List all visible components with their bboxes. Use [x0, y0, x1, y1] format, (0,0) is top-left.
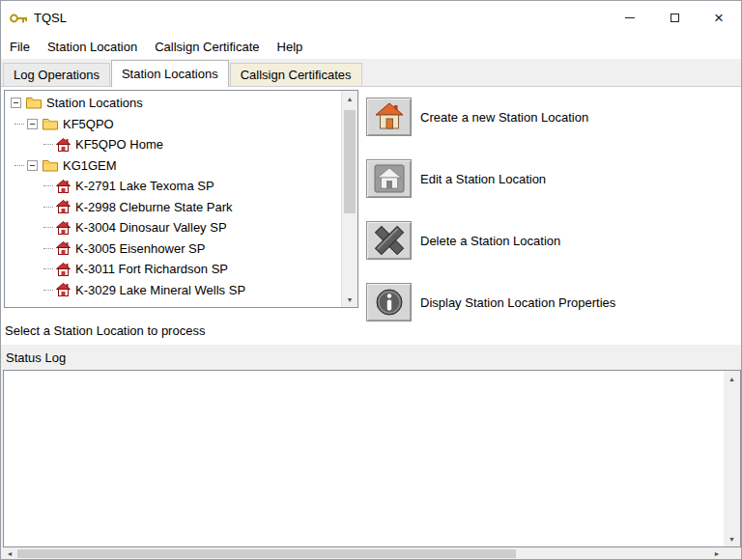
station-locations-page: Station LocationsKF5QPOKF5QPO HomeKG1GEM…	[1, 87, 741, 345]
action-row-delete-a-station-location: Delete a Station Location	[366, 221, 615, 260]
action-label: Edit a Station Location	[420, 172, 546, 186]
status-log-box: ▲ ▼	[3, 370, 741, 547]
tree-collapse-icon[interactable]	[27, 119, 38, 129]
delete-location-icon	[374, 226, 405, 255]
house-icon	[56, 283, 71, 296]
display-station-location-properties-button[interactable]	[366, 283, 412, 322]
tree-item-k-3005-eisenhower-sp[interactable]: K-3005 Eisenhower SP	[5, 238, 341, 260]
tree-item-label: K-3004 Dinosaur Valley SP	[75, 220, 227, 235]
tab-log-operations[interactable]: Log Operations	[3, 63, 110, 86]
tree-item-k-2791-lake-texoma-sp[interactable]: K-2791 Lake Texoma SP	[5, 176, 341, 197]
tree-panel: Station LocationsKF5QPOKF5QPO HomeKG1GEM…	[4, 90, 358, 308]
tree-connector-line	[43, 144, 53, 145]
tree-collapse-icon[interactable]	[11, 98, 21, 108]
tree-scrollbar-track[interactable]	[342, 106, 357, 292]
tqsl-window: TQSL × FileStation LocationCallsign Cert…	[0, 0, 742, 560]
action-label: Display Station Location Properties	[420, 295, 615, 310]
folder-icon	[43, 159, 58, 172]
scroll-right-icon[interactable]: ►	[709, 547, 725, 560]
tree-item-station-locations[interactable]: Station Locations	[5, 93, 341, 114]
tab-station-locations[interactable]: Station Locations	[111, 60, 229, 87]
tree-item-label: KG1GEM	[63, 158, 117, 173]
house-icon	[56, 221, 71, 235]
action-row-display-station-location-properties: Display Station Location Properties	[366, 283, 615, 322]
tree-item-label: K-3029 Lake Mineral Wells SP	[75, 283, 245, 297]
tree-item-kf5qpo-home[interactable]: KF5QPO Home	[5, 134, 341, 155]
new-location-icon	[374, 102, 405, 131]
tree-item-label: KF5QPO	[63, 117, 114, 131]
house-icon	[56, 138, 71, 152]
window-title: TQSL	[34, 11, 67, 25]
minimize-icon	[625, 17, 635, 18]
house-icon	[56, 241, 71, 255]
action-row-create-a-new-station-location: Create a new Station Location	[366, 98, 615, 136]
tree-item-label: K-2998 Cleburne State Park	[75, 200, 233, 214]
close-icon: ×	[714, 10, 724, 26]
house-icon	[56, 180, 71, 193]
tree-item-kf5qpo[interactable]: KF5QPO	[5, 114, 341, 135]
tree-connector-line	[43, 290, 53, 291]
scroll-down-icon[interactable]: ▼	[342, 292, 357, 307]
action-row-edit-a-station-location: Edit a Station Location	[366, 159, 615, 198]
status-log-content[interactable]	[6, 373, 721, 545]
create-a-new-station-location-button[interactable]	[366, 98, 412, 136]
scroll-up-icon[interactable]: ▲	[724, 371, 740, 386]
tree-item-k-3004-dinosaur-valley-sp[interactable]: K-3004 Dinosaur Valley SP	[5, 217, 341, 238]
horizontal-scrollbar-track[interactable]	[17, 547, 709, 560]
tree-connector-line	[43, 248, 53, 249]
tree-item-label: K-3011 Fort Richardson SP	[75, 262, 228, 276]
tree-connector-line	[43, 207, 53, 208]
status-scrollbar-track[interactable]	[724, 386, 740, 531]
action-label: Delete a Station Location	[420, 234, 560, 248]
tree-connector-line	[43, 185, 53, 186]
close-button[interactable]: ×	[697, 1, 741, 35]
delete-a-station-location-button[interactable]	[366, 221, 412, 260]
tree-item-label: K-3005 Eisenhower SP	[75, 241, 205, 256]
tree-connector-line	[14, 165, 24, 166]
tab-callsign-certificates[interactable]: Callsign Certificates	[230, 63, 362, 86]
tree-item-k-3029-lake-mineral-wells-sp[interactable]: K-3029 Lake Mineral Wells SP	[5, 280, 341, 301]
edit-a-station-location-button[interactable]	[366, 159, 412, 198]
action-label: Create a new Station Location	[420, 110, 588, 125]
menu-item-file[interactable]: File	[1, 35, 39, 59]
tree-hint-text: Select a Station Location to process	[5, 323, 205, 338]
minimize-button[interactable]	[608, 1, 652, 35]
maximize-icon	[671, 14, 679, 22]
tree-scrollbar-thumb[interactable]	[344, 110, 356, 214]
menu-item-help[interactable]: Help	[269, 35, 312, 59]
scrollbar-corner	[725, 547, 742, 560]
tree-item-k-3011-fort-richardson-sp[interactable]: K-3011 Fort Richardson SP	[5, 259, 341, 280]
menu-item-station-location[interactable]: Station Location	[39, 35, 146, 59]
tree-item-label: K-2791 Lake Texoma SP	[75, 179, 214, 193]
tree-connector-line	[14, 124, 24, 125]
edit-location-icon	[374, 164, 405, 193]
tree-collapse-icon[interactable]	[27, 160, 38, 171]
house-icon	[56, 263, 71, 276]
horizontal-scrollbar[interactable]: ◄ ►	[2, 547, 725, 560]
menubar: FileStation LocationCallsign Certificate…	[1, 35, 741, 59]
scroll-down-icon[interactable]: ▼	[724, 531, 740, 546]
actions-panel: Create a new Station LocationEdit a Stat…	[366, 98, 615, 322]
status-log-label: Status Log	[6, 350, 66, 365]
tree-item-label: Station Locations	[46, 96, 143, 110]
scroll-up-icon[interactable]: ▲	[342, 91, 357, 106]
menu-item-callsign-certificate[interactable]: Callsign Certificate	[146, 35, 268, 59]
horizontal-scrollbar-thumb[interactable]	[17, 549, 516, 558]
tree-connector-line	[43, 227, 53, 228]
scroll-left-icon[interactable]: ◄	[2, 547, 17, 560]
titlebar: TQSL ×	[1, 1, 741, 35]
status-log-scrollbar[interactable]: ▲ ▼	[724, 371, 740, 546]
status-log-band: Status Log	[1, 345, 741, 370]
folder-icon	[43, 118, 58, 130]
tab-bar: Log OperationsStation LocationsCallsign …	[1, 59, 741, 87]
key-app-icon	[9, 11, 28, 26]
folder-icon	[26, 97, 42, 109]
tree-scrollbar[interactable]: ▲ ▼	[341, 91, 357, 307]
tree-item-kg1gem[interactable]: KG1GEM	[5, 155, 341, 177]
house-icon	[56, 200, 71, 213]
maximize-button[interactable]	[652, 1, 697, 35]
window-controls: ×	[608, 1, 741, 35]
tree-item-label: KF5QPO Home	[75, 137, 163, 152]
tree-item-k-2998-cleburne-state-park[interactable]: K-2998 Cleburne State Park	[5, 197, 341, 218]
properties-info-icon	[374, 288, 405, 317]
